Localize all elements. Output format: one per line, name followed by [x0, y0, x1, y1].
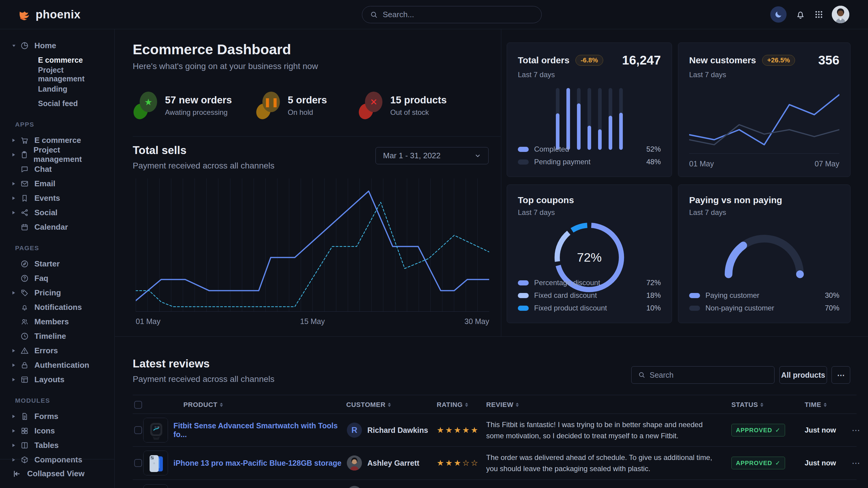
sidebar-item-label: Events — [34, 194, 60, 203]
sidebar-item-pricing[interactable]: Pricing — [12, 286, 105, 300]
notifications-button[interactable] — [795, 9, 806, 20]
product-link[interactable]: Fitbit Sense Advanced Smartwatch with To… — [174, 421, 342, 439]
product-link[interactable]: iPhone 13 pro max-Pacific Blue-128GB sto… — [174, 459, 342, 467]
row-checkbox[interactable] — [134, 426, 142, 434]
sidebar-subitem-project-management[interactable]: Project management — [12, 67, 105, 82]
date-range-select[interactable]: Mar 1 - 31, 2022 — [375, 147, 489, 164]
column-header-time[interactable]: TIME — [805, 401, 827, 409]
x-tick: 07 May — [815, 159, 839, 168]
sidebar-item-forms[interactable]: Forms — [12, 409, 105, 423]
select-all-checkbox[interactable] — [134, 401, 142, 409]
sort-icon — [760, 403, 763, 407]
product-thumbnail-fitbit[interactable]: 11:35 — [143, 418, 168, 443]
total-sells-title: Total sells — [133, 144, 186, 157]
sidebar-item-events[interactable]: Events — [12, 191, 105, 205]
card-title: New customers — [689, 55, 756, 65]
column-label: RATING — [437, 401, 463, 409]
apps-grid-button[interactable] — [814, 10, 824, 19]
column-header-customer[interactable]: CUSTOMER — [346, 401, 391, 409]
sidebar-item-timeline[interactable]: Timeline — [12, 329, 105, 343]
sidebar-item-project-management[interactable]: Project management — [12, 148, 105, 162]
collapsed-view-toggle[interactable]: Collapsed View — [0, 459, 114, 488]
row-checkbox[interactable] — [134, 459, 142, 467]
customer-avatar-photo[interactable] — [347, 455, 362, 470]
sidebar-item-layouts[interactable]: Layouts — [12, 372, 105, 387]
card-period: Last 7 days — [689, 208, 839, 217]
row-divider — [133, 480, 857, 480]
global-search[interactable] — [362, 6, 542, 23]
column-header-status[interactable]: STATUS — [732, 401, 763, 409]
row-more-button[interactable]: ⋯ — [852, 425, 861, 435]
column-header-review[interactable]: REVIEW — [486, 401, 519, 409]
legend-swatch — [689, 293, 700, 298]
sidebar: HomeE commerceProject managementLandingS… — [0, 29, 115, 488]
user-avatar[interactable] — [832, 6, 849, 23]
sidebar-item-label: Home — [34, 41, 56, 50]
more-options-button[interactable]: ⋯ — [832, 366, 850, 384]
sidebar-item-calendar[interactable]: Calendar — [12, 220, 105, 234]
chevron-right-icon — [12, 196, 16, 200]
theme-toggle-button[interactable] — [770, 6, 786, 23]
row-more-button[interactable]: ⋯ — [852, 458, 861, 468]
sidebar-item-faq[interactable]: Faq — [12, 271, 105, 286]
product-thumbnail[interactable] — [143, 484, 168, 488]
layout-icon — [21, 376, 30, 384]
search-input[interactable] — [383, 10, 533, 19]
latest-reviews-subtitle: Payment received across all channels — [133, 375, 275, 384]
card-period: Last 7 days — [518, 208, 661, 217]
sidebar-section-label: PAGES — [15, 245, 105, 252]
column-header-rating[interactable]: RATING — [437, 401, 468, 409]
card-title: Total orders — [518, 55, 569, 65]
navbar-actions — [770, 6, 849, 23]
reviews-search[interactable] — [631, 366, 775, 384]
sidebar-item-label: Email — [34, 179, 55, 188]
sort-icon — [824, 403, 827, 407]
sidebar-item-authentication[interactable]: Authentication — [12, 358, 105, 372]
sidebar-item-label: Icons — [34, 426, 55, 435]
customer-name: Ashley Garrett — [367, 459, 419, 467]
pie-chart-icon — [21, 42, 30, 50]
reviews-search-input[interactable] — [650, 371, 768, 380]
sidebar-item-notifications[interactable]: Notifications — [12, 300, 105, 314]
column-label: REVIEW — [486, 401, 513, 409]
product-thumbnail-iphone[interactable] — [143, 451, 168, 475]
sidebar-item-starter[interactable]: Starter — [12, 257, 105, 271]
sidebar-subitem-landing[interactable]: Landing — [12, 82, 105, 96]
review-table-row: 11:35 Fitbit Sense Advanced Smartwatch w… — [133, 414, 857, 447]
legend-row: Percentage discount 72% — [518, 276, 661, 289]
sidebar-subitem-social-feed[interactable]: Social feed — [12, 96, 105, 110]
check-icon: ✓ — [775, 459, 780, 466]
customer-avatar-photo[interactable] — [347, 486, 362, 488]
file-text-icon — [21, 412, 30, 421]
legend-label: Paying customer — [706, 291, 760, 300]
sidebar-section-label: MODULES — [15, 397, 105, 404]
rating-stars: ★★★☆☆ — [437, 458, 479, 468]
legend-label: Percentage discount — [534, 279, 600, 287]
sidebar-item-email[interactable]: Email — [12, 176, 105, 191]
total-sells-chart-svg — [136, 178, 489, 312]
new-orders-star-icon: ★ — [134, 92, 157, 119]
sidebar-item-errors[interactable]: Errors — [12, 343, 105, 358]
stat-value: 5 orders — [288, 94, 327, 106]
customer-avatar-initial[interactable]: R — [347, 423, 362, 438]
sidebar-item-chat[interactable]: Chat — [12, 162, 105, 176]
brand-logo[interactable]: phoenix — [17, 7, 81, 22]
legend-row: Fixed card discount 18% — [518, 289, 661, 302]
sidebar-subitem-e-commerce[interactable]: E commerce — [12, 53, 105, 67]
customers-current-line — [689, 95, 839, 145]
sidebar-item-social[interactable]: Social — [12, 205, 105, 220]
sidebar-item-icons[interactable]: Icons — [12, 423, 105, 438]
column-header-product[interactable]: PRODUCT — [183, 401, 223, 409]
bar-track — [588, 88, 591, 150]
chevron-right-icon — [12, 182, 16, 186]
bar-fill — [566, 88, 570, 150]
sidebar-item-members[interactable]: Members — [12, 314, 105, 329]
sidebar-section-label: APPS — [15, 121, 105, 128]
sidebar-item-tables[interactable]: Tables — [12, 438, 105, 452]
section-divider — [115, 336, 868, 337]
sidebar-item-label: Authentication — [34, 360, 89, 370]
all-products-button[interactable]: All products — [779, 366, 827, 384]
stat-label: Out of stock — [390, 108, 447, 117]
stat-value: 57 new orders — [165, 94, 232, 106]
sidebar-item-home[interactable]: Home — [12, 38, 105, 53]
